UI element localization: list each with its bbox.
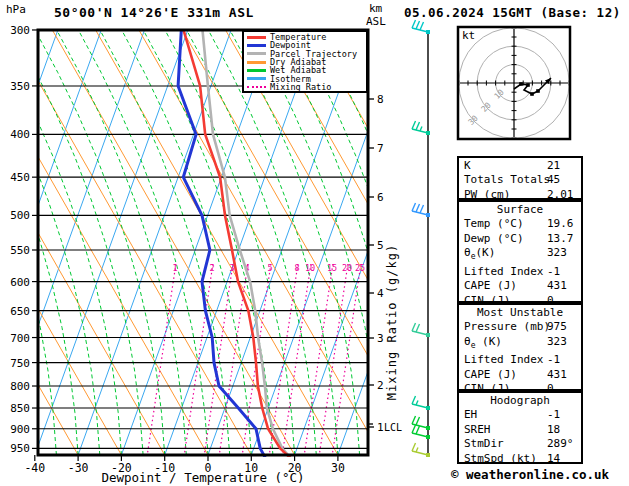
panel-row: SREH18 [459, 423, 581, 437]
panel-row-value: 323 [547, 335, 567, 349]
hodograph: 102030 [458, 27, 570, 139]
credit-footer: © weatheronline.co.uk [451, 467, 609, 482]
wind-barb-column [412, 20, 430, 457]
panel-row: Totals Totals45 [459, 173, 581, 187]
svg-text:550: 550 [10, 244, 30, 257]
svg-text:300: 300 [10, 24, 30, 37]
legend-swatch [247, 44, 266, 47]
panel-box: K21Totals Totals45PW (cm)2.01 [457, 156, 583, 200]
panel-row-value: 19.6 [547, 217, 574, 231]
svg-text:850: 850 [10, 402, 30, 415]
altitude-unit-km: km [369, 2, 382, 15]
station-title: 50°00'N 14°26'E 331m ASL [54, 5, 254, 20]
panel-row: StmSpd (kt)14 [459, 452, 581, 466]
panel-row-value: 431 [547, 368, 567, 382]
panel-row-value: -1 [547, 353, 560, 367]
dewpoint-curve [178, 30, 266, 459]
svg-text:10: 10 [305, 263, 315, 273]
legend-label: Mixing Ratio [270, 83, 331, 91]
svg-text:2: 2 [377, 379, 384, 392]
panel-row-value: 14 [547, 452, 560, 466]
panel-row-value: 431 [547, 279, 567, 293]
panel-row-label: CAPE (J) [464, 279, 517, 292]
panel-row-label: Pressure (mb) [464, 320, 550, 333]
parcel-trajectory-curve [203, 30, 292, 459]
skewt-sounding-page: 3003504004505005506006507007508008509009… [0, 0, 629, 486]
panel-row: Lifted Index-1 [459, 353, 581, 367]
svg-text:15: 15 [327, 263, 337, 273]
panel-row-label: Lifted Index [464, 265, 543, 278]
panel-row: Pressure (mb)975 [459, 320, 581, 334]
mixing-ratio-labels: 12345810152025 [172, 263, 365, 273]
pressure-unit-label: hPa [6, 3, 26, 16]
panel-row-label: CAPE (J) [464, 368, 517, 381]
svg-text:950: 950 [10, 442, 30, 455]
panel-row-label: StmSpd (kt) [464, 452, 537, 465]
legend-swatch [247, 36, 266, 39]
panel-row: θe(K)323 [459, 246, 581, 265]
panel-row-value: -1 [547, 408, 560, 422]
panel-row-value: 13.7 [547, 232, 574, 246]
datetime-title: 05.06.2024 15GMT (Base: 12) [404, 5, 621, 20]
panel-row-value: 45 [547, 173, 560, 187]
svg-text:8: 8 [377, 93, 384, 106]
wet-adiabat-lines [0, 30, 489, 455]
panel-row: K21 [459, 159, 581, 173]
svg-text:5: 5 [267, 263, 272, 273]
panel-row: EH-1 [459, 408, 581, 422]
svg-text:900: 900 [10, 423, 30, 436]
mixing-ratio-axis-title: Mixing Ratio (g/kg) [385, 244, 399, 400]
legend-item: Mixing Ratio [247, 83, 366, 91]
legend-swatch [247, 52, 266, 55]
legend: TemperatureDewpointParcel TrajectoryDry … [242, 30, 368, 93]
panel-row: StmDir289° [459, 437, 581, 451]
plot-border [38, 30, 368, 455]
panel-row-value: 21 [547, 159, 560, 173]
svg-text:2: 2 [209, 263, 214, 273]
panel-row: θe (K)323 [459, 335, 581, 354]
svg-text:400: 400 [10, 128, 30, 141]
panel-row: CAPE (J)431 [459, 279, 581, 293]
hodograph-unit-label: kt [462, 29, 475, 42]
altitude-unit-asl: ASL [366, 15, 386, 28]
svg-text:8: 8 [294, 263, 299, 273]
panel-row-value: -1 [547, 265, 560, 279]
svg-text:750: 750 [10, 357, 30, 370]
panel-row-label: Dewp (°C) [464, 232, 524, 245]
panel-row-label: Temp (°C) [464, 217, 524, 230]
panel-box-header: Hodograph [459, 394, 581, 408]
svg-text:700: 700 [10, 332, 30, 345]
panel-row-value: 289° [547, 437, 574, 451]
svg-text:6: 6 [377, 191, 384, 204]
panel-row: Dewp (°C)13.7 [459, 232, 581, 246]
svg-text:1: 1 [377, 421, 384, 434]
panel-box: Most UnstablePressure (mb)975θe (K)323Li… [457, 303, 583, 391]
svg-text:500: 500 [10, 209, 30, 222]
x-axis-title: Dewpoint / Temperature (°C) [38, 470, 368, 485]
panel-row-label: θe (K) [464, 335, 502, 348]
svg-text:20: 20 [342, 263, 352, 273]
svg-text:25: 25 [355, 263, 365, 273]
svg-text:650: 650 [10, 305, 30, 318]
panel-row-label: StmDir [464, 437, 504, 450]
panel-row-label: θe(K) [464, 246, 495, 259]
panel-box: SurfaceTemp (°C)19.6Dewp (°C)13.7θe(K)32… [457, 200, 583, 303]
legend-swatch [247, 86, 266, 88]
svg-text:350: 350 [10, 80, 30, 93]
panel-box-header: Most Unstable [459, 306, 581, 320]
panel-row: Temp (°C)19.6 [459, 217, 581, 231]
svg-text:7: 7 [377, 142, 384, 155]
svg-text:600: 600 [10, 276, 30, 289]
panel-row-value: 323 [547, 246, 567, 260]
panel-row-label: EH [464, 408, 477, 421]
panel-row: CAPE (J)431 [459, 368, 581, 382]
lcl-label: LCL [384, 422, 402, 433]
svg-text:3: 3 [377, 332, 384, 345]
panel-row-value: 18 [547, 423, 560, 437]
panel-row-label: K [464, 159, 471, 172]
panel-row-label: Totals Totals [464, 173, 550, 186]
svg-text:1: 1 [172, 263, 177, 273]
panel-row-label: PW (cm) [464, 188, 510, 201]
panel-row-label: Lifted Index [464, 353, 543, 366]
svg-text:4: 4 [377, 287, 384, 300]
